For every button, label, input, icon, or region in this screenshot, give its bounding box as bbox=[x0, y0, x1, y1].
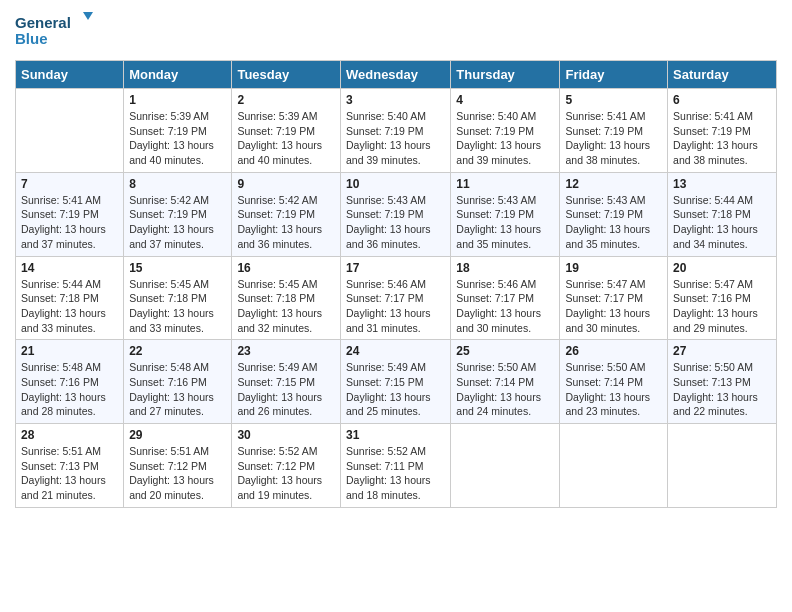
calendar-cell: 14Sunrise: 5:44 AM Sunset: 7:18 PM Dayli… bbox=[16, 256, 124, 340]
logo: General Blue bbox=[15, 10, 95, 52]
svg-marker-2 bbox=[83, 12, 93, 20]
day-number: 6 bbox=[673, 93, 771, 107]
day-number: 26 bbox=[565, 344, 662, 358]
calendar-cell: 30Sunrise: 5:52 AM Sunset: 7:12 PM Dayli… bbox=[232, 424, 341, 508]
svg-text:General: General bbox=[15, 14, 71, 31]
day-info: Sunrise: 5:39 AM Sunset: 7:19 PM Dayligh… bbox=[237, 109, 335, 168]
calendar-cell: 8Sunrise: 5:42 AM Sunset: 7:19 PM Daylig… bbox=[124, 172, 232, 256]
calendar-cell: 9Sunrise: 5:42 AM Sunset: 7:19 PM Daylig… bbox=[232, 172, 341, 256]
calendar-cell: 16Sunrise: 5:45 AM Sunset: 7:18 PM Dayli… bbox=[232, 256, 341, 340]
day-info: Sunrise: 5:40 AM Sunset: 7:19 PM Dayligh… bbox=[346, 109, 445, 168]
calendar-cell: 19Sunrise: 5:47 AM Sunset: 7:17 PM Dayli… bbox=[560, 256, 668, 340]
calendar-cell bbox=[451, 424, 560, 508]
calendar-cell: 20Sunrise: 5:47 AM Sunset: 7:16 PM Dayli… bbox=[668, 256, 777, 340]
day-number: 4 bbox=[456, 93, 554, 107]
day-number: 20 bbox=[673, 261, 771, 275]
day-number: 25 bbox=[456, 344, 554, 358]
day-number: 5 bbox=[565, 93, 662, 107]
day-info: Sunrise: 5:41 AM Sunset: 7:19 PM Dayligh… bbox=[565, 109, 662, 168]
calendar-cell: 11Sunrise: 5:43 AM Sunset: 7:19 PM Dayli… bbox=[451, 172, 560, 256]
day-number: 19 bbox=[565, 261, 662, 275]
day-number: 18 bbox=[456, 261, 554, 275]
day-info: Sunrise: 5:51 AM Sunset: 7:12 PM Dayligh… bbox=[129, 444, 226, 503]
day-info: Sunrise: 5:49 AM Sunset: 7:15 PM Dayligh… bbox=[237, 360, 335, 419]
day-number: 21 bbox=[21, 344, 118, 358]
calendar-cell: 4Sunrise: 5:40 AM Sunset: 7:19 PM Daylig… bbox=[451, 89, 560, 173]
day-info: Sunrise: 5:50 AM Sunset: 7:13 PM Dayligh… bbox=[673, 360, 771, 419]
calendar-cell: 23Sunrise: 5:49 AM Sunset: 7:15 PM Dayli… bbox=[232, 340, 341, 424]
calendar-cell: 13Sunrise: 5:44 AM Sunset: 7:18 PM Dayli… bbox=[668, 172, 777, 256]
day-info: Sunrise: 5:50 AM Sunset: 7:14 PM Dayligh… bbox=[565, 360, 662, 419]
calendar-cell: 3Sunrise: 5:40 AM Sunset: 7:19 PM Daylig… bbox=[340, 89, 450, 173]
day-number: 13 bbox=[673, 177, 771, 191]
day-info: Sunrise: 5:46 AM Sunset: 7:17 PM Dayligh… bbox=[346, 277, 445, 336]
calendar-cell: 12Sunrise: 5:43 AM Sunset: 7:19 PM Dayli… bbox=[560, 172, 668, 256]
calendar-week-row: 21Sunrise: 5:48 AM Sunset: 7:16 PM Dayli… bbox=[16, 340, 777, 424]
day-info: Sunrise: 5:50 AM Sunset: 7:14 PM Dayligh… bbox=[456, 360, 554, 419]
day-info: Sunrise: 5:41 AM Sunset: 7:19 PM Dayligh… bbox=[21, 193, 118, 252]
day-info: Sunrise: 5:47 AM Sunset: 7:17 PM Dayligh… bbox=[565, 277, 662, 336]
weekday-header: Tuesday bbox=[232, 61, 341, 89]
calendar-cell: 17Sunrise: 5:46 AM Sunset: 7:17 PM Dayli… bbox=[340, 256, 450, 340]
calendar-cell bbox=[560, 424, 668, 508]
day-info: Sunrise: 5:42 AM Sunset: 7:19 PM Dayligh… bbox=[129, 193, 226, 252]
day-number: 15 bbox=[129, 261, 226, 275]
day-number: 31 bbox=[346, 428, 445, 442]
day-info: Sunrise: 5:44 AM Sunset: 7:18 PM Dayligh… bbox=[673, 193, 771, 252]
day-info: Sunrise: 5:52 AM Sunset: 7:12 PM Dayligh… bbox=[237, 444, 335, 503]
weekday-header: Friday bbox=[560, 61, 668, 89]
day-info: Sunrise: 5:42 AM Sunset: 7:19 PM Dayligh… bbox=[237, 193, 335, 252]
logo-svg: General Blue bbox=[15, 10, 95, 52]
calendar-cell: 5Sunrise: 5:41 AM Sunset: 7:19 PM Daylig… bbox=[560, 89, 668, 173]
calendar-week-row: 1Sunrise: 5:39 AM Sunset: 7:19 PM Daylig… bbox=[16, 89, 777, 173]
day-number: 14 bbox=[21, 261, 118, 275]
calendar-week-row: 7Sunrise: 5:41 AM Sunset: 7:19 PM Daylig… bbox=[16, 172, 777, 256]
day-info: Sunrise: 5:44 AM Sunset: 7:18 PM Dayligh… bbox=[21, 277, 118, 336]
day-info: Sunrise: 5:46 AM Sunset: 7:17 PM Dayligh… bbox=[456, 277, 554, 336]
day-info: Sunrise: 5:48 AM Sunset: 7:16 PM Dayligh… bbox=[21, 360, 118, 419]
day-number: 17 bbox=[346, 261, 445, 275]
day-info: Sunrise: 5:39 AM Sunset: 7:19 PM Dayligh… bbox=[129, 109, 226, 168]
calendar-cell: 22Sunrise: 5:48 AM Sunset: 7:16 PM Dayli… bbox=[124, 340, 232, 424]
calendar-cell: 25Sunrise: 5:50 AM Sunset: 7:14 PM Dayli… bbox=[451, 340, 560, 424]
day-info: Sunrise: 5:43 AM Sunset: 7:19 PM Dayligh… bbox=[456, 193, 554, 252]
calendar-cell: 24Sunrise: 5:49 AM Sunset: 7:15 PM Dayli… bbox=[340, 340, 450, 424]
day-number: 24 bbox=[346, 344, 445, 358]
calendar-cell: 29Sunrise: 5:51 AM Sunset: 7:12 PM Dayli… bbox=[124, 424, 232, 508]
day-info: Sunrise: 5:41 AM Sunset: 7:19 PM Dayligh… bbox=[673, 109, 771, 168]
calendar-cell: 2Sunrise: 5:39 AM Sunset: 7:19 PM Daylig… bbox=[232, 89, 341, 173]
weekday-header: Monday bbox=[124, 61, 232, 89]
calendar-cell: 28Sunrise: 5:51 AM Sunset: 7:13 PM Dayli… bbox=[16, 424, 124, 508]
weekday-header: Thursday bbox=[451, 61, 560, 89]
calendar-cell bbox=[16, 89, 124, 173]
calendar-cell: 18Sunrise: 5:46 AM Sunset: 7:17 PM Dayli… bbox=[451, 256, 560, 340]
day-number: 16 bbox=[237, 261, 335, 275]
calendar-cell: 15Sunrise: 5:45 AM Sunset: 7:18 PM Dayli… bbox=[124, 256, 232, 340]
calendar-cell: 1Sunrise: 5:39 AM Sunset: 7:19 PM Daylig… bbox=[124, 89, 232, 173]
weekday-header: Saturday bbox=[668, 61, 777, 89]
day-info: Sunrise: 5:40 AM Sunset: 7:19 PM Dayligh… bbox=[456, 109, 554, 168]
day-info: Sunrise: 5:51 AM Sunset: 7:13 PM Dayligh… bbox=[21, 444, 118, 503]
day-number: 3 bbox=[346, 93, 445, 107]
calendar-cell: 27Sunrise: 5:50 AM Sunset: 7:13 PM Dayli… bbox=[668, 340, 777, 424]
day-number: 7 bbox=[21, 177, 118, 191]
calendar-cell: 26Sunrise: 5:50 AM Sunset: 7:14 PM Dayli… bbox=[560, 340, 668, 424]
day-number: 30 bbox=[237, 428, 335, 442]
day-number: 2 bbox=[237, 93, 335, 107]
day-number: 22 bbox=[129, 344, 226, 358]
day-info: Sunrise: 5:48 AM Sunset: 7:16 PM Dayligh… bbox=[129, 360, 226, 419]
day-info: Sunrise: 5:49 AM Sunset: 7:15 PM Dayligh… bbox=[346, 360, 445, 419]
day-number: 12 bbox=[565, 177, 662, 191]
day-number: 10 bbox=[346, 177, 445, 191]
day-info: Sunrise: 5:52 AM Sunset: 7:11 PM Dayligh… bbox=[346, 444, 445, 503]
page-header: General Blue bbox=[15, 10, 777, 52]
day-info: Sunrise: 5:45 AM Sunset: 7:18 PM Dayligh… bbox=[237, 277, 335, 336]
day-number: 9 bbox=[237, 177, 335, 191]
calendar-header-row: SundayMondayTuesdayWednesdayThursdayFrid… bbox=[16, 61, 777, 89]
calendar-cell bbox=[668, 424, 777, 508]
svg-text:Blue: Blue bbox=[15, 30, 48, 47]
day-number: 1 bbox=[129, 93, 226, 107]
calendar-cell: 7Sunrise: 5:41 AM Sunset: 7:19 PM Daylig… bbox=[16, 172, 124, 256]
calendar-cell: 21Sunrise: 5:48 AM Sunset: 7:16 PM Dayli… bbox=[16, 340, 124, 424]
day-info: Sunrise: 5:45 AM Sunset: 7:18 PM Dayligh… bbox=[129, 277, 226, 336]
